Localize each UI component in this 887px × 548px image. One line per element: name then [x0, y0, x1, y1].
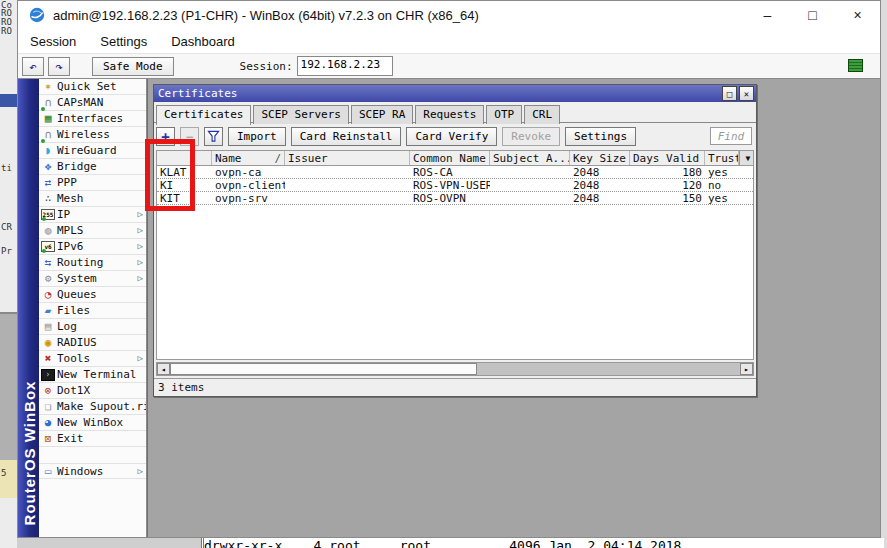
session-field[interactable]: 192.168.2.23: [297, 56, 393, 76]
sidebar-menu: ✶Quick Set∩CAPsMAN▦Interfaces∩Wireless◗W…: [39, 79, 147, 537]
sidebar-item-interfaces[interactable]: ▦Interfaces: [39, 111, 146, 127]
column-header-key-size[interactable]: Key Size: [570, 151, 630, 165]
menu-item-settings[interactable]: Settings: [88, 34, 159, 49]
sidebar-item-routing[interactable]: ⇆Routing▷: [39, 255, 146, 271]
brand-vertical-text: RouterOS WinBox: [18, 363, 39, 543]
sidebar-item-radius[interactable]: ◉RADIUS: [39, 335, 146, 351]
scroll-left-arrow[interactable]: ◂: [157, 363, 170, 375]
table-cell: 2048: [570, 179, 630, 191]
table-row[interactable]: KIovpn-clientROS-VPN-USER2048120no: [157, 179, 753, 192]
close-button[interactable]: ×: [835, 1, 880, 29]
tab-requests[interactable]: Requests: [415, 105, 484, 124]
maximize-button[interactable]: □: [790, 1, 835, 29]
table-header-row: Name∕IssuerCommon NameSubject A...Key Si…: [157, 151, 753, 166]
horizontal-scrollbar[interactable]: ◂ ▸: [156, 362, 754, 376]
column-header-days-valid[interactable]: Days Valid: [630, 151, 705, 165]
sidebar-item-label: Bridge: [57, 160, 97, 173]
undo-button[interactable]: ↶: [22, 57, 44, 76]
sidebar-item-label: WireGuard: [57, 144, 117, 157]
sidebar-item-tools[interactable]: ✖Tools▷: [39, 351, 146, 367]
sidebar-item-wireless[interactable]: ∩Wireless: [39, 127, 146, 143]
log-icon: ▤: [41, 320, 55, 333]
find-input[interactable]: Find: [710, 127, 752, 145]
funnel-icon: [207, 130, 220, 143]
sidebar-item-label: CAPsMAN: [57, 96, 103, 109]
menu-item-dashboard[interactable]: Dashboard: [159, 34, 247, 49]
mesh-icon: ∴: [41, 192, 55, 205]
sidebar-item-exit[interactable]: ⊠Exit: [39, 431, 146, 447]
session-label: Session:: [240, 60, 293, 73]
tab-scep-servers[interactable]: SCEP Servers: [253, 105, 348, 124]
minimize-button[interactable]: –: [745, 1, 790, 29]
tab-scep-ra[interactable]: SCEP RA: [351, 105, 413, 124]
table-row[interactable]: KITovpn-srvROS-OVPN2048150yes: [157, 192, 753, 205]
redo-button[interactable]: ↷: [48, 57, 70, 76]
column-header-subject-a-[interactable]: Subject A...: [490, 151, 570, 165]
card-verify-button[interactable]: Card Verify: [406, 127, 497, 146]
submenu-arrow-icon: ▷: [138, 241, 143, 251]
sidebar-item-bridge[interactable]: ✥Bridge: [39, 159, 146, 175]
sidebar-item-mpls[interactable]: ◍MPLS▷: [39, 223, 146, 239]
safe-mode-button[interactable]: Safe Mode: [92, 57, 174, 76]
bottom-desktop-strip: [17, 538, 201, 548]
scroll-right-arrow[interactable]: ▸: [740, 363, 753, 375]
sidebar-item-new-winbox[interactable]: ◕New WinBox: [39, 415, 146, 431]
terminal-icon: ›: [41, 369, 55, 381]
background-selected-row: [0, 94, 17, 107]
sidebar-item-system[interactable]: ⚙System▷: [39, 271, 146, 287]
menu-item-session[interactable]: Session: [18, 34, 88, 49]
sidebar-item-windows[interactable]: ▭Windows▷: [39, 463, 146, 479]
table-cell: ovpn-client: [212, 179, 285, 191]
sort-ascending-icon: ∕: [274, 152, 281, 165]
certificates-maximize-button[interactable]: □: [722, 86, 737, 101]
sidebar-item-label: Tools: [57, 352, 90, 365]
tab-crl[interactable]: CRL: [524, 105, 560, 124]
sidebar-item-ppp[interactable]: ⇄PPP: [39, 175, 146, 191]
antenna-icon: ∩: [41, 96, 55, 109]
certificates-window-titlebar[interactable]: Certificates □ ✕: [154, 85, 756, 102]
sidebar-item-ip[interactable]: 255IP▷: [39, 207, 146, 223]
red-highlight-annotation: [145, 139, 195, 211]
tab-certificates[interactable]: Certificates: [156, 105, 251, 125]
column-header-trust[interactable]: Trust: [705, 151, 739, 165]
sidebar-item-ipv6[interactable]: v6IPv6▷: [39, 239, 146, 255]
filter-button[interactable]: [204, 127, 223, 146]
scrollbar-thumb[interactable]: [170, 363, 477, 375]
sidebar-item-make-supout[interactable]: ❏Make Supout.rif: [39, 399, 146, 415]
antenna-icon: ∩: [41, 128, 55, 141]
column-header-common-name[interactable]: Common Name: [410, 151, 490, 165]
table-cell: no: [705, 179, 754, 191]
sidebar-item-queues[interactable]: ◔Queues: [39, 287, 146, 303]
card-reinstall-button[interactable]: Card Reinstall: [291, 127, 402, 146]
table-cell: ROS-VPN-USER: [410, 179, 490, 191]
toolbar: ↶ ↷ Safe Mode Session: 192.168.2.23: [18, 53, 880, 79]
sidebar-item-quick-set[interactable]: ✶Quick Set: [39, 79, 146, 95]
sidebar-item-mesh[interactable]: ∴Mesh: [39, 191, 146, 207]
table-empty-area: [157, 205, 753, 359]
column-selector-button[interactable]: ▼: [739, 151, 754, 165]
sidebar-item-capsman[interactable]: ∩CAPsMAN: [39, 95, 146, 111]
sidebar-item-wireguard[interactable]: ◗WireGuard: [39, 143, 146, 159]
brand-strip: RouterOS WinBox: [18, 79, 39, 537]
column-header-name[interactable]: Name∕: [212, 151, 285, 165]
sidebar-item-label: IP: [57, 208, 70, 221]
table-cell: [490, 192, 570, 204]
sidebar-item-files[interactable]: ▰Files: [39, 303, 146, 319]
table-row[interactable]: KLATovpn-caROS-CA2048180yes: [157, 166, 753, 179]
settings-button[interactable]: Settings: [565, 127, 636, 146]
sidebar-item-dot1x[interactable]: ⊗Dot1X: [39, 383, 146, 399]
table-cell: [285, 166, 410, 178]
import-button[interactable]: Import: [228, 127, 286, 146]
connection-indicator: [848, 59, 863, 72]
certificates-close-button[interactable]: ✕: [739, 86, 754, 101]
sidebar-item-log[interactable]: ▤Log: [39, 319, 146, 335]
revoke-button[interactable]: Revoke: [502, 127, 560, 146]
tab-otp[interactable]: OTP: [486, 105, 522, 124]
board-icon: ▦: [41, 112, 55, 125]
table-cell: [285, 179, 410, 191]
column-header-issuer[interactable]: Issuer: [285, 151, 410, 165]
certificates-toolbar: + − ImportCard ReinstallCard VerifyRevok…: [154, 123, 756, 150]
sidebar-item-new-terminal[interactable]: ›New Terminal: [39, 367, 146, 383]
undo-icon: ↶: [29, 60, 37, 73]
table-cell: [490, 179, 570, 191]
